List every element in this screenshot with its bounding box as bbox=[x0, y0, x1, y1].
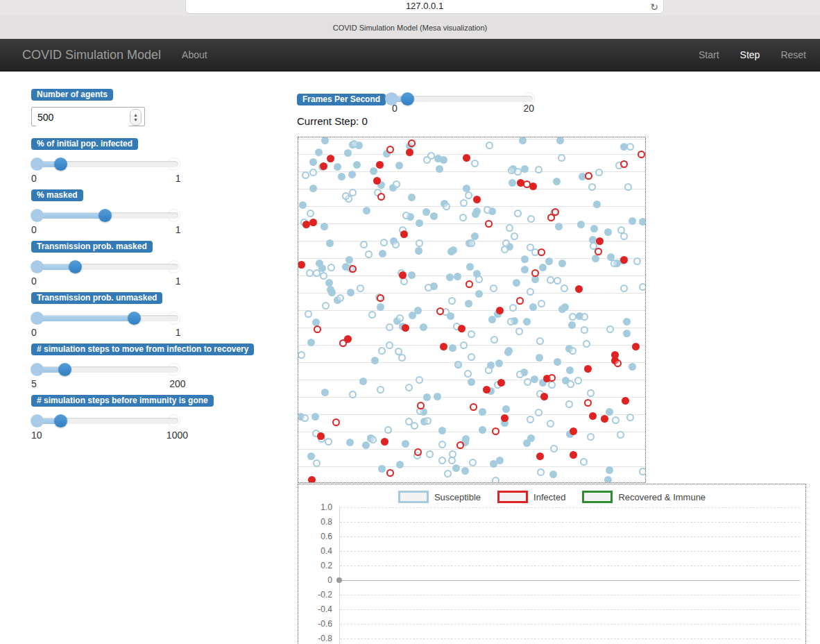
simulation-steps-before-immunity-is-gone-slider[interactable] bbox=[31, 414, 178, 427]
agent-dot-susceptible-unmasked bbox=[604, 476, 612, 483]
agent-dot-susceptible-masked bbox=[469, 459, 477, 466]
agent-dot-susceptible-unmasked bbox=[629, 217, 636, 225]
transmission-prob-unmasked-slider[interactable] bbox=[31, 311, 178, 325]
fps-slider[interactable] bbox=[386, 85, 529, 99]
agent-dot-infected-masked bbox=[408, 139, 416, 147]
slider-handle[interactable] bbox=[54, 414, 67, 427]
agent-dot-infected-unmasked bbox=[302, 221, 310, 228]
agent-dot-susceptible-masked bbox=[515, 328, 523, 335]
agent-dot-susceptible-unmasked bbox=[334, 163, 341, 171]
agent-dot-susceptible-unmasked bbox=[408, 271, 416, 279]
agent-dot-infected-unmasked bbox=[584, 365, 592, 373]
current-step-value: 0 bbox=[361, 115, 367, 127]
agent-dot-susceptible-masked bbox=[587, 433, 595, 441]
agent-dot-infected-masked bbox=[465, 280, 473, 288]
param-label-badge: % masked bbox=[31, 189, 83, 201]
agent-dot-infected-masked bbox=[584, 399, 592, 407]
agent-dot-susceptible-masked bbox=[302, 171, 309, 179]
agent-dot-susceptible-masked bbox=[506, 224, 513, 232]
slider-handle[interactable] bbox=[69, 260, 82, 273]
agent-dot-susceptible-masked bbox=[423, 156, 431, 164]
agent-dot-susceptible-unmasked bbox=[438, 427, 446, 434]
nav-button-start[interactable]: Start bbox=[699, 49, 719, 60]
browser-tab-strip: COVID Simulation Model (Mesa visualizati… bbox=[0, 16, 820, 40]
agent-dot-susceptible-masked bbox=[610, 260, 618, 267]
nav-button-step[interactable]: Step bbox=[740, 49, 760, 60]
agent-dot-infected-masked bbox=[595, 248, 602, 255]
agent-dot-infected-masked bbox=[349, 265, 357, 273]
agent-dot-infected-masked bbox=[377, 294, 384, 302]
agent-dot-infected-masked bbox=[548, 374, 556, 382]
agent-dot-susceptible-unmasked bbox=[338, 173, 345, 180]
slider-handle[interactable] bbox=[54, 158, 67, 171]
number-stepper[interactable]: ▲▼ bbox=[130, 109, 142, 126]
agent-dot-susceptible-masked bbox=[468, 239, 475, 247]
agent-dot-susceptible-masked bbox=[395, 348, 402, 355]
agent-dot-susceptible-unmasked bbox=[623, 330, 631, 337]
reload-icon[interactable]: ↻ bbox=[650, 1, 658, 12]
agent-dot-susceptible-masked bbox=[380, 239, 388, 246]
agent-dot-susceptible-masked bbox=[368, 311, 376, 319]
address-bar[interactable]: 127.0.0.1 ↻ bbox=[186, 0, 663, 13]
agent-dot-susceptible-unmasked bbox=[447, 248, 455, 255]
agent-dot-susceptible-unmasked bbox=[527, 434, 535, 442]
legend-label: Infected bbox=[533, 492, 565, 502]
y-tick-label: 1.0 bbox=[298, 502, 332, 512]
agent-dot-susceptible-masked bbox=[507, 318, 515, 325]
agent-dot-susceptible-masked bbox=[583, 340, 590, 348]
agent-dot-susceptible-masked bbox=[454, 361, 462, 368]
agent-dot-susceptible-unmasked bbox=[346, 439, 354, 446]
agent-dot-susceptible-masked bbox=[425, 284, 432, 291]
slider-handle[interactable] bbox=[99, 209, 112, 222]
agent-dot-susceptible-unmasked bbox=[420, 323, 427, 331]
agent-dot-infected-unmasked bbox=[596, 237, 604, 245]
agent-dot-susceptible-masked bbox=[548, 381, 556, 389]
of-initial-pop-infected-slider[interactable] bbox=[31, 157, 178, 171]
agent-dot-infected-unmasked bbox=[496, 307, 504, 314]
agent-dot-susceptible-unmasked bbox=[468, 378, 475, 386]
slider-max-label: 1000 bbox=[166, 430, 188, 441]
agent-dot-susceptible-unmasked bbox=[414, 307, 422, 314]
agent-dot-susceptible-masked bbox=[298, 351, 305, 359]
agent-dot-susceptible-unmasked bbox=[513, 279, 520, 287]
gridline bbox=[340, 595, 800, 595]
masked-slider[interactable] bbox=[31, 208, 178, 222]
agent-dot-susceptible-unmasked bbox=[325, 279, 333, 287]
agent-dot-infected-masked bbox=[470, 403, 477, 411]
agent-dot-susceptible-masked bbox=[386, 341, 393, 349]
number-input-field[interactable] bbox=[36, 108, 129, 126]
fps-label-badge: Frames Per Second bbox=[297, 94, 386, 105]
slider-min-label: 0 bbox=[31, 224, 37, 235]
agent-dot-susceptible-unmasked bbox=[519, 137, 527, 144]
nav-link-about[interactable]: About bbox=[182, 49, 207, 60]
transmission-prob-masked-slider[interactable] bbox=[31, 260, 178, 273]
agent-dot-susceptible-masked bbox=[567, 380, 574, 388]
agent-dot-susceptible-unmasked bbox=[327, 286, 334, 294]
agent-dot-infected-unmasked bbox=[473, 196, 481, 203]
slider-handle[interactable] bbox=[58, 363, 71, 376]
agent-dot-susceptible-unmasked bbox=[539, 264, 547, 271]
navbar-brand[interactable]: COVID Simulation Model bbox=[22, 48, 161, 62]
agent-dot-susceptible-unmasked bbox=[502, 405, 510, 413]
slider-start-cap bbox=[31, 312, 44, 325]
agent-dot-susceptible-unmasked bbox=[311, 413, 319, 421]
slider-handle[interactable] bbox=[128, 312, 141, 325]
agent-dot-susceptible-unmasked bbox=[307, 452, 315, 460]
simulation-steps-to-move-from-infection-to-recovery-slider[interactable] bbox=[31, 362, 178, 376]
agent-dot-susceptible-unmasked bbox=[371, 357, 379, 364]
number-of-agents-input[interactable]: ▲▼ bbox=[31, 107, 145, 126]
agent-dot-susceptible-masked bbox=[574, 377, 582, 384]
y-tick-label: -0.8 bbox=[298, 634, 332, 643]
agent-dot-infected-unmasked bbox=[497, 379, 505, 387]
y-tick-label: -0.6 bbox=[298, 619, 332, 629]
slider-min-label: 0 bbox=[31, 173, 37, 184]
agent-dot-susceptible-masked bbox=[561, 285, 568, 292]
slider-range-labels: 01 bbox=[31, 173, 178, 185]
agent-dot-susceptible-masked bbox=[448, 457, 456, 464]
agent-dot-susceptible-unmasked bbox=[422, 208, 430, 216]
agent-dot-susceptible-masked bbox=[465, 192, 472, 199]
slider-range-labels: 101000 bbox=[31, 430, 178, 441]
nav-button-reset[interactable]: Reset bbox=[780, 49, 806, 60]
agent-dot-susceptible-unmasked bbox=[379, 250, 386, 257]
agent-dot-infected-masked bbox=[552, 208, 559, 216]
